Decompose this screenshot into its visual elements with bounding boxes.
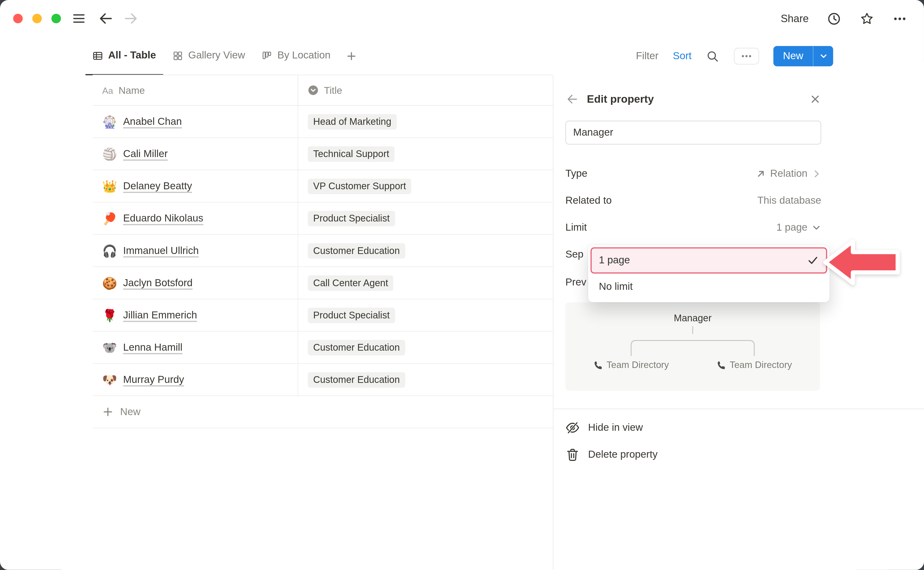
- chevron-down-icon: [819, 52, 827, 60]
- tab-gallery-view[interactable]: Gallery View: [166, 37, 252, 75]
- name-cell[interactable]: 🏐Cali Miller: [93, 138, 298, 170]
- chevron-down-icon: [812, 222, 821, 232]
- page-link[interactable]: Immanuel Ullrich: [123, 245, 199, 257]
- table-row: 🐶Murray Purdy Customer Education: [93, 364, 553, 396]
- panel-header: Edit property: [565, 91, 821, 108]
- view-tabs: All - Table Gallery View By Location: [85, 37, 362, 75]
- title-cell[interactable]: VP Customer Support: [298, 170, 553, 202]
- tab-label: Gallery View: [188, 49, 245, 61]
- title-cell[interactable]: Customer Education: [298, 364, 553, 395]
- page-link[interactable]: Eduardo Nikolaus: [123, 212, 203, 224]
- dropdown-option-no-limit[interactable]: No limit: [591, 274, 827, 300]
- title-cell[interactable]: Customer Education: [298, 332, 553, 363]
- field-value: Relation: [755, 168, 821, 180]
- content: Aa Name Title 🎡Anabel Chan Head of Marke…: [0, 75, 924, 570]
- page-link[interactable]: Murray Purdy: [123, 374, 184, 386]
- database-table-area: Aa Name Title 🎡Anabel Chan Head of Marke…: [0, 75, 553, 570]
- check-icon: [807, 254, 819, 267]
- page-emoji: 🌹: [102, 308, 117, 322]
- updates-button[interactable]: [827, 11, 841, 26]
- sort-button[interactable]: Sort: [673, 50, 691, 62]
- star-icon: [860, 11, 875, 26]
- title-cell[interactable]: Head of Marketing: [298, 106, 553, 138]
- clock-icon: [827, 11, 841, 26]
- forward-arrow-icon: [123, 11, 139, 26]
- preview-child: Team Directory: [593, 360, 669, 370]
- search-button[interactable]: [706, 49, 720, 63]
- page-link[interactable]: Cali Miller: [123, 148, 168, 160]
- title-cell[interactable]: Product Specialist: [298, 299, 553, 331]
- field-limit[interactable]: Limit 1 page: [565, 214, 821, 241]
- page-link[interactable]: Lenna Hamill: [123, 341, 183, 353]
- delete-property-button[interactable]: Delete property: [565, 441, 924, 468]
- relation-preview-card: Manager Team Directory Team Directory: [565, 302, 820, 391]
- phone-icon: [593, 360, 602, 369]
- tab-by-location[interactable]: By Location: [255, 37, 338, 75]
- connector-lines: [565, 325, 820, 357]
- name-cell[interactable]: 🐶Murray Purdy: [93, 364, 298, 395]
- new-row-button[interactable]: New: [93, 396, 553, 428]
- back-button[interactable]: [98, 11, 114, 26]
- favorite-button[interactable]: [860, 11, 875, 26]
- new-button[interactable]: New: [774, 46, 813, 66]
- title-tag: Call Center Agent: [308, 275, 393, 291]
- close-window-button[interactable]: [13, 14, 23, 23]
- view-settings-button[interactable]: [734, 48, 759, 65]
- name-cell[interactable]: 🌹Jillian Emmerich: [93, 299, 298, 331]
- more-options-button[interactable]: [892, 11, 907, 26]
- column-header-title[interactable]: Title: [298, 75, 553, 105]
- page-link[interactable]: Jaclyn Botsford: [123, 277, 193, 289]
- back-arrow-icon: [98, 11, 114, 26]
- name-cell[interactable]: 🐨Lenna Hamill: [93, 332, 298, 363]
- title-cell[interactable]: Technical Support: [298, 138, 553, 170]
- tab-label: By Location: [278, 49, 331, 61]
- minimize-window-button[interactable]: [32, 14, 42, 23]
- preview-child: Team Directory: [717, 360, 792, 370]
- title-cell[interactable]: Customer Education: [298, 235, 553, 267]
- field-label: Limit: [565, 221, 587, 233]
- property-name-input[interactable]: [565, 121, 821, 144]
- share-button[interactable]: Share: [781, 12, 809, 25]
- page-link[interactable]: Jillian Emmerich: [123, 309, 197, 321]
- tab-all-table[interactable]: All - Table: [85, 37, 163, 75]
- panel-close-button[interactable]: [809, 93, 821, 105]
- forward-button[interactable]: [123, 11, 139, 26]
- sidebar-toggle-button[interactable]: [72, 11, 86, 26]
- column-header-name[interactable]: Aa Name: [93, 75, 298, 105]
- tab-label: All - Table: [108, 49, 156, 61]
- dropdown-option-1-page[interactable]: 1 page: [591, 247, 827, 273]
- field-type[interactable]: Type Relation: [565, 160, 821, 187]
- column-label: Name: [119, 84, 145, 96]
- text-property-icon: Aa: [102, 85, 114, 95]
- edit-property-panel: Edit property Type Relation: [553, 75, 924, 570]
- table-row: 🎡Anabel Chan Head of Marketing: [93, 106, 553, 138]
- page-emoji: 🍪: [102, 276, 117, 290]
- eye-off-icon: [565, 420, 580, 435]
- title-cell[interactable]: Call Center Agent: [298, 267, 553, 299]
- field-related-to[interactable]: Related to This database: [565, 187, 821, 214]
- relation-arrow-icon: [755, 168, 766, 179]
- hide-in-view-button[interactable]: Hide in view: [565, 414, 924, 441]
- panel-back-button[interactable]: [565, 93, 579, 106]
- title-tag: Head of Marketing: [308, 114, 396, 129]
- table-header: Aa Name Title: [93, 75, 553, 106]
- name-cell[interactable]: 🍪Jaclyn Botsford: [93, 267, 298, 299]
- name-cell[interactable]: 👑Delaney Beatty: [93, 170, 298, 202]
- name-cell[interactable]: 🎡Anabel Chan: [93, 106, 298, 138]
- title-cell[interactable]: Product Specialist: [298, 202, 553, 234]
- zoom-window-button[interactable]: [52, 14, 61, 23]
- search-icon: [706, 49, 720, 63]
- phone-icon: [717, 360, 726, 369]
- name-cell[interactable]: 🏓Eduardo Nikolaus: [93, 202, 298, 234]
- page-link[interactable]: Delaney Beatty: [123, 180, 192, 192]
- filter-button[interactable]: Filter: [636, 50, 658, 62]
- annotation-arrow-icon: [821, 236, 903, 289]
- name-cell[interactable]: 🎧Immanuel Ullrich: [93, 235, 298, 267]
- new-dropdown-button[interactable]: [813, 46, 833, 66]
- page-emoji: 🏓: [102, 211, 117, 225]
- page-link[interactable]: Anabel Chan: [123, 116, 182, 128]
- option-label: 1 page: [599, 254, 630, 267]
- field-label: Type: [565, 168, 588, 180]
- add-view-button[interactable]: [340, 37, 362, 75]
- field-value: 1 page: [776, 221, 821, 233]
